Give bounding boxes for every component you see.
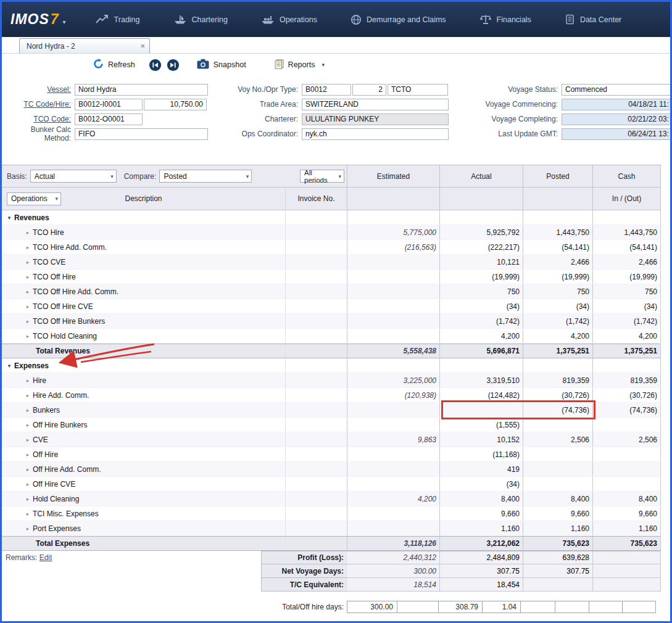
nav-item-chartering[interactable]: Chartering <box>173 14 228 25</box>
cell-cash <box>593 462 661 476</box>
expand-icon[interactable]: ▸ <box>23 333 33 339</box>
pnl-item-row[interactable]: ▸CVE9,86310,1522,5062,506 <box>2 432 661 447</box>
pnl-item-row[interactable]: ▸TCO Hire Add. Comm.(216,563)(222,217)(5… <box>2 240 661 255</box>
pnl-item-row[interactable]: ▸Off Hire Bunkers(1,555) <box>2 418 661 432</box>
pnl-item-row[interactable]: ▸Bunkers(74,736)(74,736) <box>2 403 661 418</box>
ops-coordinator-field[interactable]: nyk.ch <box>302 128 449 140</box>
previous-voyage-button[interactable] <box>149 59 162 72</box>
nav-item-trading[interactable]: Trading <box>96 14 140 25</box>
tc-code-hire-label-link[interactable]: TC Code/Hire: <box>7 100 75 109</box>
pnl-item-row[interactable]: ▸Off Hire Add. Comm.419 <box>2 462 661 477</box>
voyage-status-field[interactable]: Commenced <box>562 84 672 96</box>
voyage-seq-field[interactable]: 2 <box>352 84 386 96</box>
pnl-item-row[interactable]: ▸TCO Off Hire CVE(34)(34)(34) <box>2 299 661 314</box>
nav-item-data-center[interactable]: Data Center <box>565 14 621 25</box>
collapse-icon[interactable]: ▾ <box>4 215 14 221</box>
pnl-item-row[interactable]: ▸TCO Off Hire(19,999)(19,999)(19,999) <box>2 270 661 284</box>
vessel-label-link[interactable]: Vessel: <box>7 85 75 94</box>
operations-select[interactable]: Operations ▾ <box>7 192 61 205</box>
pnl-item-row[interactable]: ▸TCO Off Hire Add. Comm.750750750 <box>2 284 661 299</box>
cell-cash: (1,742) <box>593 314 661 328</box>
pnl-total-row[interactable]: Total Revenues5,558,4385,696,8711,375,25… <box>2 344 661 358</box>
periods-select[interactable]: All periods ▾ <box>300 170 344 183</box>
pnl-item-row[interactable]: ▸TCO CVE10,1212,4662,466 <box>2 255 661 270</box>
nav-item-operations[interactable]: Operations <box>261 14 317 25</box>
expand-icon[interactable]: ▸ <box>23 274 33 280</box>
row-label: Hire <box>33 376 46 385</box>
tco-code-label-link[interactable]: TCO Code: <box>7 115 75 123</box>
expand-icon[interactable]: ▸ <box>23 466 33 472</box>
voyage-completing-field[interactable]: 02/21/22 03: <box>562 113 672 125</box>
cell-actual: 10,152 <box>440 432 523 447</box>
bunker-calc-field[interactable]: FIFO <box>75 128 208 140</box>
refresh-button[interactable]: Refresh <box>93 59 135 71</box>
expand-icon[interactable]: ▸ <box>23 526 33 532</box>
next-voyage-button[interactable] <box>167 59 180 72</box>
pnl-item-row[interactable]: ▸Hire Add. Comm.(120,938)(124,482)(30,72… <box>2 388 661 403</box>
expand-icon[interactable]: ▸ <box>23 511 33 517</box>
expand-icon[interactable]: ▸ <box>23 259 33 265</box>
reports-button[interactable]: Reports ▾ <box>275 59 325 71</box>
charterer-label: Charterer: <box>212 115 302 123</box>
cell-actual: 1,160 <box>440 521 523 535</box>
expand-icon[interactable]: ▸ <box>23 407 33 413</box>
expand-icon[interactable]: ▸ <box>23 392 33 398</box>
tc-code-field[interactable]: B0012-I0001 <box>75 99 143 110</box>
pnl-item-row[interactable]: ▸TCO Hold Cleaning4,2004,2004,200 <box>2 329 661 344</box>
tc-hire-rate-field[interactable]: 10,750.00 <box>144 99 207 110</box>
voyage-commencing-label: Voyage Commencing: <box>454 100 562 109</box>
voyage-no-field[interactable]: B0012 <box>302 84 351 96</box>
imos-logo-menu[interactable]: IMOS 7 ▾ <box>10 11 66 28</box>
cell-actual: (1,742) <box>440 314 523 328</box>
footer-cell-estimated: 18,514 <box>347 578 440 592</box>
tab-nord-hydra-2[interactable]: Nord Hydra - 2 × <box>19 38 150 53</box>
vessel-field[interactable]: Nord Hydra <box>75 84 208 96</box>
compare-select[interactable]: Posted ▾ <box>159 170 252 183</box>
pnl-total-row[interactable]: Total Expenses3,118,1263,212,062735,6237… <box>2 536 661 551</box>
expand-icon[interactable]: ▸ <box>23 378 33 384</box>
cell-posted <box>523 477 593 491</box>
close-icon[interactable]: × <box>140 41 145 51</box>
expand-icon[interactable]: ▸ <box>23 229 33 236</box>
pnl-grid: Basis: Actual ▾ Compare: Posted ▾ All pe… <box>2 165 661 615</box>
chevron-down-icon: ▾ <box>246 173 249 179</box>
nav-item-financials[interactable]: Financials <box>479 14 531 25</box>
nav-item-demurrage-and-claims[interactable]: Demurrage and Claims <box>351 14 446 25</box>
expand-icon[interactable]: ▸ <box>23 422 33 428</box>
expand-icon[interactable]: ▸ <box>23 289 33 295</box>
pnl-item-row[interactable]: ▸Hold Cleaning4,2008,4008,4008,400 <box>2 492 661 506</box>
pnl-group-row[interactable]: ▾Expenses <box>2 358 661 373</box>
expand-icon[interactable]: ▸ <box>23 452 33 458</box>
snapshot-button[interactable]: Snapshot <box>197 59 246 71</box>
trade-area-field[interactable]: SWITZERLAND <box>302 99 449 110</box>
basis-select[interactable]: Actual ▾ <box>30 170 117 183</box>
pnl-item-row[interactable]: ▸TCI Misc. Expenses9,6609,6609,660 <box>2 506 661 521</box>
expand-icon[interactable]: ▸ <box>23 303 33 310</box>
collapse-icon[interactable]: ▾ <box>4 363 14 369</box>
pnl-item-row[interactable]: ▸TCO Hire5,775,0005,925,7921,443,7501,44… <box>2 225 661 240</box>
pnl-group-row[interactable]: ▾Revenues <box>2 210 661 225</box>
cell-invoice-no <box>286 418 347 432</box>
expand-icon[interactable]: ▸ <box>23 437 33 443</box>
last-update-field[interactable]: 06/24/21 13: <box>562 128 672 140</box>
nav-item-label: Financials <box>497 15 531 24</box>
remarks-edit-link[interactable]: Edit <box>39 553 52 562</box>
pnl-item-row[interactable]: ▸Off Hire CVE(34) <box>2 477 661 492</box>
row-label: TCO Hold Cleaning <box>33 332 97 340</box>
cell-posted: (74,736) <box>523 403 593 417</box>
opr-type-field[interactable]: TCTO <box>388 84 448 96</box>
expand-icon[interactable]: ▸ <box>23 496 33 502</box>
expand-icon[interactable]: ▸ <box>23 244 33 250</box>
pnl-item-row[interactable]: ▸TCO Off Hire Bunkers(1,742)(1,742)(1,74… <box>2 314 661 329</box>
expand-icon[interactable]: ▸ <box>23 481 33 487</box>
voyage-commencing-field[interactable]: 04/18/21 11: <box>562 99 672 110</box>
pnl-item-row[interactable]: ▸Hire3,225,0003,319,510819,359819,359 <box>2 373 661 388</box>
charterer-field[interactable]: ULULATING PUNKEY <box>302 113 449 125</box>
pnl-item-row[interactable]: ▸Off Hire(11,168) <box>2 447 661 462</box>
expand-icon[interactable]: ▸ <box>23 318 33 324</box>
pnl-item-row[interactable]: ▸Port Expenses1,1601,1601,160 <box>2 521 661 536</box>
cell-estimated: 3,118,126 <box>347 537 440 550</box>
bottom-cell: 308.79 <box>438 601 483 613</box>
tco-code-field[interactable]: B0012-O0001 <box>75 113 143 125</box>
cell-cash: 4,200 <box>593 329 661 343</box>
